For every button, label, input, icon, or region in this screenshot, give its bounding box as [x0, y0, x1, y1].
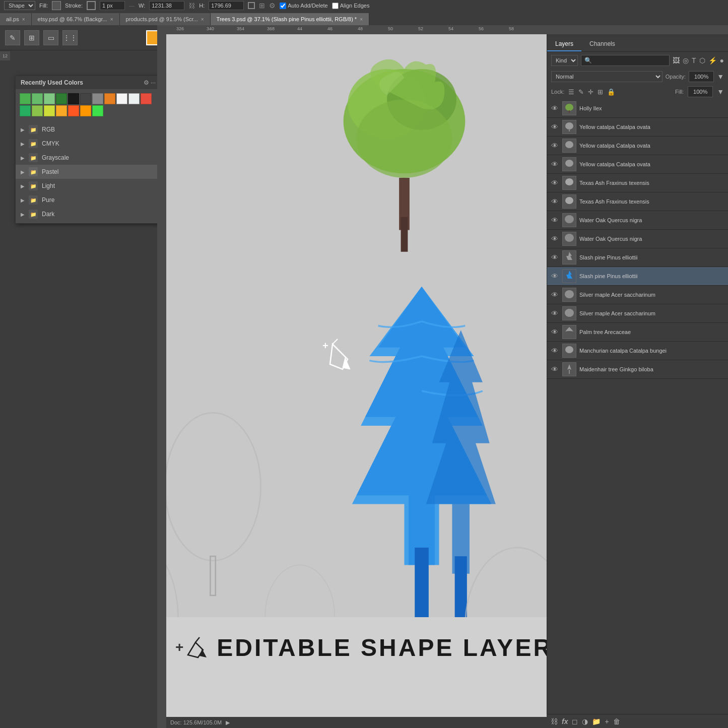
swatch-16[interactable] — [68, 105, 79, 116]
layer-slash-pine-1[interactable]: 👁 Slash pine Pinus elliottii — [547, 248, 728, 267]
kind-select[interactable]: Kind — [551, 55, 578, 66]
layer-eye-ta1[interactable]: 👁 — [551, 179, 559, 187]
mask-icon[interactable]: ◻ — [572, 717, 578, 725]
layer-texas-ash-1[interactable]: 👁 Texas Ash Fraxinus texensis — [547, 174, 728, 192]
swatch-8[interactable] — [104, 93, 115, 104]
adjust-filter-icon[interactable]: ◎ — [683, 56, 689, 64]
layer-eye-mt[interactable]: 👁 — [551, 365, 559, 373]
tab-trees-close[interactable]: × — [360, 17, 363, 22]
layer-eye-sp2[interactable]: 👁 — [551, 272, 559, 280]
align-icon[interactable]: ⊞ — [259, 2, 265, 10]
swatch-12[interactable] — [20, 105, 31, 116]
layer-eye-sm1[interactable]: 👁 — [551, 291, 559, 299]
layer-slash-pine-2[interactable]: 👁 Slash pine Pinus elliottii — [547, 267, 728, 286]
layer-eye-holly[interactable]: 👁 — [551, 104, 559, 112]
canvas-area[interactable]: + — [166, 34, 547, 713]
layer-eye-yc2[interactable]: 👁 — [551, 142, 559, 150]
lock-pixels-icon[interactable]: ☰ — [568, 88, 574, 96]
swatch-3[interactable] — [44, 93, 55, 104]
layer-manchurian-catalpa[interactable]: 👁 Manchurian catalpa Catalpa bungei — [547, 342, 728, 360]
settings-icon[interactable]: ⚙ — [269, 2, 276, 10]
opacity-dropdown-icon[interactable]: ▼ — [717, 73, 724, 81]
lock-position-icon[interactable]: ✎ — [578, 88, 584, 96]
swatch-13[interactable] — [32, 105, 43, 116]
color-group-rgb[interactable]: ▶ 📁 RGB — [16, 122, 161, 137]
layer-eye-sp1[interactable]: 👁 — [551, 253, 559, 261]
color-group-light[interactable]: ▶ 📁 Light — [16, 179, 161, 193]
layer-eye-yc3[interactable]: 👁 — [551, 160, 559, 168]
tab-channels[interactable]: Channels — [581, 37, 623, 51]
stroke-color-swatch[interactable] — [87, 1, 96, 10]
swatch-10[interactable] — [128, 93, 140, 104]
tab-etsy[interactable]: etsy.psd @ 66.7% (Backgr... × — [32, 13, 120, 25]
rect-tool-icon[interactable]: ▭ — [43, 30, 58, 45]
grid-tool-icon[interactable]: ⊞ — [24, 30, 39, 45]
tab-products[interactable]: products.psd @ 91.5% (Scr... × — [120, 13, 211, 25]
pen-tool-icon[interactable]: ✎ — [5, 30, 20, 45]
color-group-pure[interactable]: ▶ 📁 Pure — [16, 193, 161, 207]
layer-eye-ta2[interactable]: 👁 — [551, 197, 559, 206]
layer-silver-maple-1[interactable]: 👁 Silver maple Acer saccharinum — [547, 286, 728, 304]
align-edges-checkbox[interactable] — [332, 3, 339, 9]
shape-select[interactable]: Shape — [4, 1, 35, 10]
swatch-5[interactable] — [68, 93, 79, 104]
width-input[interactable] — [149, 1, 184, 10]
folder-icon[interactable]: 📁 — [592, 717, 601, 725]
height-input[interactable] — [209, 1, 244, 10]
link-chain-icon[interactable]: ⛓ — [551, 717, 558, 725]
swatch-7[interactable] — [92, 93, 103, 104]
auto-add-delete-checkbox[interactable] — [280, 3, 286, 9]
smart-filter-icon[interactable]: ● — [720, 56, 724, 64]
delete-layer-icon[interactable]: 🗑 — [613, 717, 620, 725]
tab-layers[interactable]: Layers — [547, 37, 581, 51]
layer-yellow-catalpa-2[interactable]: 👁 Yellow catalpa Catalpa ovata — [547, 137, 728, 155]
layer-palm-tree[interactable]: 👁 Palm tree Arecaceae — [547, 323, 728, 342]
layer-eye-wo2[interactable]: 👁 — [551, 235, 559, 243]
layer-eye-pt[interactable]: 👁 — [551, 328, 559, 336]
layer-maidenhair-tree[interactable]: 👁 Maidenhair tree Ginkgo biloba — [547, 360, 728, 379]
layer-yellow-catalpa-1[interactable]: 👁 Yellow catalpa Catalpa ovata — [547, 118, 728, 137]
layer-eye-yc1[interactable]: 👁 — [551, 123, 559, 131]
swatch-15[interactable] — [56, 105, 67, 116]
swatch-9[interactable] — [116, 93, 127, 104]
tab-ail-close[interactable]: × — [22, 17, 25, 22]
swatch-18[interactable] — [92, 105, 103, 116]
shape-filter-icon[interactable]: ⬡ — [699, 56, 705, 64]
swatch-4[interactable] — [56, 93, 67, 104]
fill-dropdown-icon[interactable]: ▼ — [717, 88, 724, 96]
opacity-input[interactable] — [689, 71, 714, 82]
fill-color-swatch[interactable] — [52, 1, 61, 10]
tab-trees[interactable]: Trees 3.psd @ 37.1% (Slash pine Pinus el… — [211, 13, 369, 25]
color-group-dark[interactable]: ▶ 📁 Dark — [16, 207, 161, 221]
lock-artboard-icon[interactable]: ⊞ — [598, 88, 603, 96]
stroke-size-input[interactable] — [100, 1, 125, 10]
text-filter-icon[interactable]: T — [692, 56, 696, 64]
layer-eye-mc[interactable]: 👁 — [551, 347, 559, 355]
layer-water-oak-2[interactable]: 👁 Water Oak Quercus nigra — [547, 230, 728, 248]
color-group-grayscale[interactable]: ▶ 📁 Grayscale — [16, 151, 161, 165]
layer-silver-maple-2[interactable]: 👁 Silver maple Acer saccharinum — [547, 304, 728, 323]
image-filter-icon[interactable]: 🖼 — [673, 56, 680, 64]
swatch-17[interactable] — [80, 105, 91, 116]
layers-list[interactable]: 👁 Holly Ilex 👁 Yellow catalpa Catalpa ov… — [547, 99, 728, 691]
layer-eye-sm2[interactable]: 👁 — [551, 309, 559, 317]
layer-search-input[interactable] — [594, 57, 666, 63]
swatch-2[interactable] — [32, 93, 43, 104]
adjustment-icon[interactable]: ◑ — [582, 717, 588, 725]
color-panel-gear-icon[interactable]: ⚙ ··· — [144, 79, 156, 86]
effect-filter-icon[interactable]: ⚡ — [708, 56, 717, 64]
layer-texas-ash-2[interactable]: 👁 Texas Ash Fraxinus texensis — [547, 192, 728, 211]
color-group-cmyk[interactable]: ▶ 📁 CMYK — [16, 137, 161, 151]
constrain-icon[interactable] — [248, 2, 255, 9]
layer-holly-ilex[interactable]: 👁 Holly Ilex — [547, 99, 728, 118]
blend-mode-select[interactable]: Normal — [551, 71, 663, 82]
link-proportions-icon[interactable]: ⛓ — [188, 2, 195, 10]
layer-water-oak-1[interactable]: 👁 Water Oak Quercus nigra — [547, 211, 728, 230]
swatch-11[interactable] — [141, 93, 152, 104]
fx-icon[interactable]: fx — [562, 717, 568, 725]
swatch-1[interactable] — [20, 93, 31, 104]
grid2-tool-icon[interactable]: ⋮⋮ — [62, 30, 78, 45]
new-layer-icon[interactable]: + — [605, 717, 609, 725]
color-group-pastel[interactable]: ▶ 📁 Pastel — [16, 165, 161, 179]
lock-all-icon[interactable]: 🔒 — [607, 88, 615, 96]
